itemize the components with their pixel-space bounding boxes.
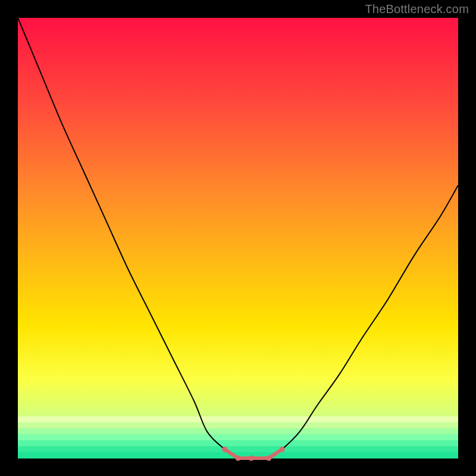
optimal-zone-dot [222,447,227,452]
green-band [18,446,458,453]
green-band [18,440,458,447]
chart-stage: TheBottleneck.com [0,0,476,476]
gradient-background [18,18,458,458]
optimal-zone-dot [280,447,285,452]
green-band [18,428,458,435]
optimal-zone-dot [236,456,241,461]
bottleneck-chart [0,0,476,476]
watermark-text: TheBottleneck.com [365,2,469,16]
green-band [18,434,458,441]
green-bands [18,416,458,459]
green-band [18,416,458,423]
optimal-zone-dot [266,456,271,461]
optimal-zone-dot [249,456,254,461]
green-band [18,422,458,429]
